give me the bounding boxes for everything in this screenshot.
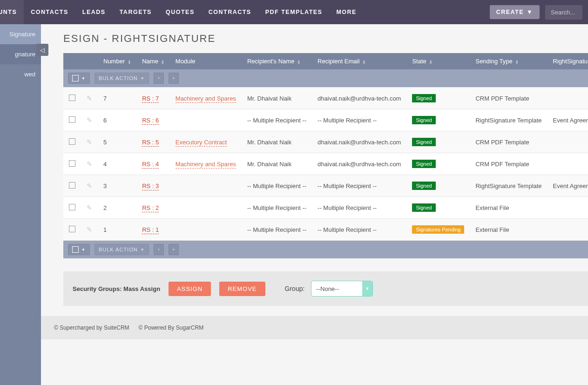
- nav-item-leads[interactable]: LEADS: [75, 0, 113, 24]
- sort-icon: ▲▼: [362, 60, 365, 64]
- module-link[interactable]: Machinery and Spares: [176, 161, 236, 169]
- cell-recipient: -- Multiple Recipient --: [242, 219, 312, 241]
- edit-icon[interactable]: ✎: [87, 116, 92, 124]
- cell-email: -- Multiple Recipient --: [312, 197, 406, 219]
- mass-assign-panel: Security Groups: Mass Assign ASSIGN REMO…: [63, 271, 588, 306]
- table-row: ✎2RS : 2-- Multiple Recipient ---- Multi…: [63, 197, 588, 219]
- columns-button[interactable]: [169, 73, 179, 84]
- row-checkbox[interactable]: [69, 182, 75, 189]
- cell-recipient: -- Multiple Recipient --: [242, 175, 312, 197]
- create-button[interactable]: CREATE ▼: [490, 5, 540, 19]
- record-link[interactable]: RS : 4: [142, 161, 159, 169]
- nav-item-ounts[interactable]: OUNTS: [0, 0, 24, 24]
- col-header-module[interactable]: Module: [170, 53, 242, 69]
- nav-item-contracts[interactable]: CONTRACTS: [202, 0, 258, 24]
- remove-button[interactable]: REMOVE: [219, 282, 265, 296]
- group-select[interactable]: --None-- ▼: [311, 281, 372, 297]
- filter-icon: [158, 75, 160, 81]
- sidebar-item-2[interactable]: wed: [0, 64, 41, 84]
- row-checkbox[interactable]: [69, 116, 75, 123]
- select-all-toggle[interactable]: ▼: [68, 73, 90, 84]
- record-link[interactable]: RS : 3: [142, 182, 159, 190]
- module-link[interactable]: Executory Contract: [176, 139, 227, 147]
- row-checkbox[interactable]: [69, 160, 75, 167]
- record-link[interactable]: RS : 2: [142, 204, 159, 212]
- cell-recipient: -- Multiple Recipient --: [242, 109, 312, 131]
- edit-icon[interactable]: ✎: [87, 204, 92, 211]
- sidebar-item-1[interactable]: gnature: [0, 44, 41, 64]
- nav-item-targets[interactable]: TARGETS: [113, 0, 159, 24]
- cell-number: 1: [98, 219, 136, 241]
- row-checkbox[interactable]: [69, 226, 75, 232]
- cell-sending: External File: [470, 197, 547, 219]
- bulk-action-label: BULK ACTION: [99, 247, 138, 252]
- col-header-recipient-email[interactable]: Recipient Email▲▼: [312, 53, 406, 69]
- table-toolbar-top: ▼ BULK ACTION▼: [63, 69, 588, 87]
- cell-sending: CRM PDF Template: [470, 153, 547, 175]
- cell-sending: RightSignature Template: [470, 109, 547, 131]
- collapse-sidebar-button[interactable]: ◁: [36, 44, 48, 56]
- col-header-state[interactable]: State▲▼: [406, 53, 470, 69]
- cell-template: [547, 131, 588, 153]
- row-checkbox[interactable]: [69, 95, 75, 101]
- select-all-toggle-bottom[interactable]: ▼: [68, 244, 90, 255]
- table-row: ✎4RS : 4Machinery and SparesMr. Dhaivat …: [63, 153, 588, 175]
- module-link[interactable]: Machinery and Spares: [176, 95, 236, 103]
- page-title: ESIGN - RIGHTSIGNATURE: [63, 33, 588, 45]
- caret-down-icon: ▼: [81, 76, 86, 81]
- col-header-rightsignature-templates[interactable]: RightSignature Templates: [547, 53, 588, 69]
- state-badge: Signatures Pending: [412, 225, 464, 234]
- table-row: ✎7RS : 7Machinery and SparesMr. Dhaivat …: [63, 88, 588, 109]
- mass-assign-label: Security Groups: Mass Assign: [73, 285, 160, 292]
- bulk-action-label: BULK ACTION: [99, 75, 138, 81]
- col-header-number[interactable]: Number▲▼: [98, 53, 136, 69]
- checkbox-icon: [72, 246, 79, 253]
- caret-down-icon: ▼: [362, 281, 372, 296]
- col-header-sending-type[interactable]: Sending Type▲▼: [470, 53, 547, 69]
- col-header-name[interactable]: Name▲▼: [136, 53, 170, 69]
- create-label: CREATE: [496, 9, 524, 15]
- state-badge: Signed: [412, 160, 435, 168]
- cell-recipient: Mr. Dhaivat Naik: [242, 153, 312, 175]
- row-checkbox[interactable]: [69, 138, 75, 145]
- nav-item-quotes[interactable]: QUOTES: [159, 0, 202, 24]
- cell-sending: RightSignature Template: [470, 175, 547, 197]
- cell-template: [547, 219, 588, 241]
- filter-button[interactable]: [154, 73, 164, 84]
- edit-icon[interactable]: ✎: [87, 226, 92, 233]
- search-input[interactable]: [545, 5, 582, 20]
- cell-number: 2: [98, 197, 136, 219]
- caret-down-icon: ▼: [141, 76, 145, 81]
- nav-item-pdf-templates[interactable]: PDF TEMPLATES: [258, 0, 330, 24]
- cell-number: 4: [98, 153, 136, 175]
- bulk-action-button-bottom[interactable]: BULK ACTION▼: [95, 244, 149, 255]
- cell-email: dhaivat.naik@urdhva-tech.com: [312, 153, 406, 175]
- edit-icon[interactable]: ✎: [87, 160, 92, 168]
- record-link[interactable]: RS : 7: [142, 95, 159, 103]
- nav-item-more[interactable]: MORE: [329, 0, 364, 24]
- sidebar-item-0[interactable]: Signature: [0, 24, 41, 44]
- nav-menu: OUNTSCONTACTSLEADSTARGETSQUOTESCONTRACTS…: [0, 0, 364, 24]
- assign-button[interactable]: ASSIGN: [169, 282, 211, 296]
- group-selected-value: --None--: [311, 285, 362, 292]
- edit-icon[interactable]: ✎: [87, 138, 92, 146]
- record-link[interactable]: RS : 6: [142, 117, 159, 125]
- bulk-action-button[interactable]: BULK ACTION▼: [95, 73, 149, 84]
- sort-icon: ▲▼: [297, 60, 300, 64]
- edit-icon[interactable]: ✎: [87, 95, 92, 102]
- record-link[interactable]: RS : 5: [142, 139, 159, 147]
- col-header-recipient-s-name[interactable]: Recipient's Name▲▼: [242, 53, 312, 69]
- caret-down-icon: ▼: [527, 9, 533, 15]
- state-badge: Signed: [412, 182, 435, 190]
- cell-template: [547, 88, 588, 109]
- record-link[interactable]: RS : 1: [142, 226, 159, 234]
- table-row: ✎3RS : 3-- Multiple Recipient ---- Multi…: [63, 175, 588, 197]
- filter-button-bottom[interactable]: [154, 244, 164, 255]
- cell-number: 7: [98, 88, 136, 109]
- nav-item-contacts[interactable]: CONTACTS: [24, 0, 75, 24]
- cell-number: 3: [98, 175, 136, 197]
- cell-email: -- Multiple Recipient --: [312, 109, 406, 131]
- edit-icon[interactable]: ✎: [87, 182, 92, 189]
- row-checkbox[interactable]: [69, 204, 75, 210]
- columns-button-bottom[interactable]: [169, 244, 179, 255]
